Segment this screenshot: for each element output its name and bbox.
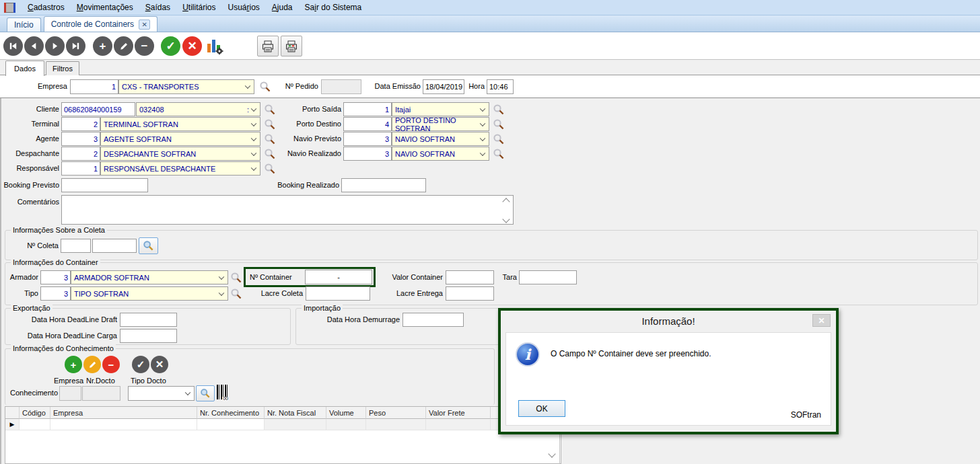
grid-cell[interactable] — [426, 419, 491, 430]
comentarios-textarea[interactable] — [61, 195, 514, 225]
navio-previsto-code-field[interactable]: 3 — [343, 132, 392, 146]
porto-destino-search-icon[interactable] — [493, 118, 505, 130]
porto-saida-code-field[interactable]: 1 — [343, 102, 392, 116]
hora-field[interactable]: 10:46 — [487, 79, 514, 94]
cliente-combo[interactable]: 032408: — [136, 102, 260, 116]
tab-close-icon[interactable]: ✕ — [139, 20, 150, 30]
conhecimento-edit-button[interactable] — [83, 356, 101, 373]
conhecimento-add-button[interactable]: + — [65, 356, 82, 373]
deadline-draft-field[interactable] — [120, 313, 177, 327]
conhecimento-cancel-button[interactable]: ✕ — [151, 356, 168, 373]
first-record-button[interactable] — [3, 36, 23, 56]
conhecimento-tipodocto-combo[interactable] — [128, 386, 195, 401]
navio-previsto-search-icon[interactable] — [493, 133, 505, 145]
terminal-code-field[interactable]: 2 — [61, 117, 100, 131]
tab-dados[interactable]: Dados — [5, 61, 44, 76]
lacre-coleta-field[interactable] — [306, 286, 370, 301]
grid-cell[interactable] — [50, 419, 197, 430]
empresa-search-icon[interactable] — [259, 81, 271, 93]
armador-combo[interactable]: ARMADOR SOFTRAN — [71, 270, 228, 284]
print-preview-button[interactable] — [257, 36, 279, 56]
previous-record-button[interactable] — [24, 36, 44, 56]
armador-code-field[interactable]: 3 — [40, 270, 71, 284]
terminal-combo[interactable]: TERMINAL SOFTRAN — [100, 117, 260, 131]
booking-realizado-field[interactable] — [341, 178, 426, 192]
cancel-button[interactable]: ✕ — [182, 36, 202, 56]
grid-col-volume[interactable]: Volume — [326, 407, 366, 419]
grid-col-nr-nota-fiscal[interactable]: Nr. Nota Fiscal — [265, 407, 326, 419]
grid-scrollbar-track[interactable] — [559, 434, 560, 464]
booking-previsto-field[interactable] — [61, 178, 148, 192]
tara-field[interactable] — [519, 270, 577, 284]
tab-filtros[interactable]: Filtros — [46, 61, 79, 75]
data-emissao-field[interactable]: 18/04/2019 — [423, 79, 464, 94]
tab-inicio[interactable]: Início — [7, 17, 41, 32]
porto-destino-code-field[interactable]: 4 — [343, 117, 392, 131]
despachante-search-icon[interactable] — [264, 148, 276, 160]
confirm-button[interactable]: ✓ — [161, 36, 180, 56]
conhecimento-delete-button[interactable]: − — [102, 356, 120, 373]
armador-search-icon[interactable] — [230, 272, 242, 284]
grid-col-peso[interactable]: Peso — [366, 407, 426, 419]
navio-previsto-combo[interactable]: NAVIO SOFTRAN — [392, 132, 489, 146]
conhecimento-confirm-button[interactable]: ✓ — [132, 356, 149, 373]
menu-usuarios[interactable]: Usuários — [228, 3, 259, 12]
grid-cell[interactable] — [20, 419, 50, 430]
porto-saida-search-icon[interactable] — [493, 104, 505, 116]
menu-sair[interactable]: Sair do Sistema — [305, 3, 362, 12]
ncontainer-field[interactable]: - — [305, 270, 372, 284]
valor-container-field[interactable] — [446, 270, 494, 284]
grid-col-empresa[interactable]: Empresa — [50, 407, 197, 419]
ok-button[interactable]: OK — [518, 400, 565, 417]
despachante-combo[interactable]: DESPACHANTE SOFTRAN — [100, 147, 260, 161]
tab-controle-containers[interactable]: Controle de Containers ✕ — [44, 16, 158, 32]
grid-cell[interactable] — [265, 419, 326, 430]
grid-col-nr-conhecimento[interactable]: Nr. Conhecimento — [197, 407, 265, 419]
responsavel-code-field[interactable]: 1 — [61, 161, 100, 176]
grid-cell[interactable] — [197, 419, 265, 430]
grid-col-valor-frete[interactable]: Valor Frete — [426, 407, 491, 419]
empresa-code-field[interactable]: 1 — [70, 79, 118, 94]
menu-cadastros[interactable]: Cadastros — [28, 3, 65, 12]
menu-movimentacoes[interactable]: Movimentações — [77, 3, 133, 12]
dialog-close-button[interactable]: ✕ — [812, 314, 831, 327]
tipo-code-field[interactable]: 3 — [40, 286, 71, 301]
barcode-icon[interactable]: 00 — [217, 385, 228, 399]
terminal-search-icon[interactable] — [264, 118, 276, 130]
delete-button[interactable]: − — [135, 36, 154, 56]
tipo-combo[interactable]: TIPO SOFTRAN — [71, 286, 228, 301]
next-record-button[interactable] — [45, 36, 65, 56]
conhecimento-search-button[interactable] — [196, 385, 215, 401]
grid-scroll-down-icon[interactable] — [548, 450, 555, 457]
porto-destino-combo[interactable]: PORTO DESTINO SOFTRAN — [392, 117, 489, 131]
ncoleta-name-field[interactable] — [92, 239, 137, 253]
ncoleta-code-field[interactable] — [61, 239, 91, 253]
responsavel-search-icon[interactable] — [264, 163, 276, 175]
lacre-entrega-field[interactable] — [446, 286, 494, 301]
cliente-code-field[interactable]: 06862084000159 — [61, 102, 135, 116]
edit-button[interactable] — [114, 36, 133, 56]
menu-utilitarios[interactable]: Utilitários — [182, 3, 215, 12]
grid-cell[interactable] — [326, 419, 366, 430]
navio-realizado-combo[interactable]: NAVIO SOFTRAN — [392, 147, 489, 161]
tipo-search-icon[interactable] — [230, 288, 242, 300]
despachante-code-field[interactable]: 2 — [61, 147, 100, 161]
deadline-carga-field[interactable] — [120, 329, 177, 343]
agente-code-field[interactable]: 3 — [61, 132, 100, 146]
grid-cell[interactable] — [366, 419, 426, 430]
grid-col-codigo[interactable]: Código — [20, 407, 50, 419]
demurrage-field[interactable] — [403, 313, 464, 327]
ncoleta-search-button[interactable] — [139, 237, 158, 254]
empresa-combo[interactable]: CXS - TRANSPORTES — [118, 79, 254, 94]
cliente-search-icon[interactable] — [264, 104, 276, 116]
menu-saidas[interactable]: Saídas — [145, 3, 170, 12]
add-button[interactable]: + — [93, 36, 112, 56]
responsavel-combo[interactable]: RESPONSÁVEL DESPACHANTE — [100, 161, 260, 176]
agente-search-icon[interactable] — [264, 133, 276, 145]
print-button[interactable] — [281, 36, 302, 56]
last-record-button[interactable] — [66, 36, 85, 56]
navio-realizado-search-icon[interactable] — [493, 148, 505, 160]
agente-combo[interactable]: AGENTE SOFTRAN — [100, 132, 260, 146]
menu-ajuda[interactable]: Ajuda — [272, 3, 293, 12]
porto-saida-combo[interactable]: Itajai — [392, 102, 489, 116]
